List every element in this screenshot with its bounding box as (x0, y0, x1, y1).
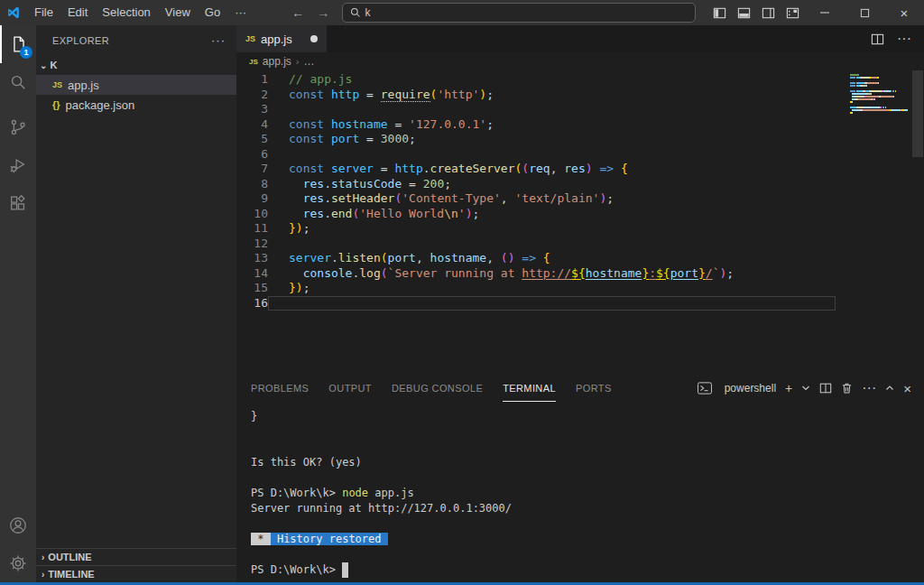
code-line: 11}); (236, 221, 924, 237)
navigate-forward-icon[interactable]: → (317, 5, 329, 20)
tab-problems[interactable]: PROBLEMS (251, 375, 309, 402)
editor-more-actions-icon[interactable]: ··· (897, 31, 911, 47)
tab-debug-console[interactable]: DEBUG CONSOLE (392, 375, 483, 402)
code-line: 15}); (236, 281, 924, 296)
settings-gear-icon[interactable] (0, 544, 36, 582)
code-editor[interactable]: 1// app.js2const http = require('http');… (236, 70, 924, 375)
maximize-panel-icon[interactable] (885, 384, 894, 393)
code-line: 6 (236, 147, 924, 162)
sidebar-title: EXPLORER (52, 35, 109, 46)
search-icon (350, 7, 361, 18)
code-line: 3 (236, 102, 924, 117)
navigate-back-icon[interactable]: ← (291, 5, 304, 20)
kill-terminal-icon[interactable] (841, 382, 853, 395)
code-line: 7const server = http.createServer((req, … (236, 162, 924, 177)
shell-label[interactable]: powershell (725, 382, 776, 395)
toggle-panel-icon[interactable] (732, 0, 756, 25)
folder-name: K (50, 60, 57, 70)
minimap-row (850, 104, 910, 106)
minimap-row (850, 109, 910, 111)
tab-terminal[interactable]: TERMINAL (503, 375, 556, 402)
split-terminal-icon[interactable] (819, 382, 832, 395)
file-row-appjs[interactable]: JS app.js (36, 75, 236, 95)
menu-bar: File Edit Selection View Go ··· (27, 0, 254, 25)
source-control-icon[interactable] (0, 108, 36, 146)
activity-bar: 1 (0, 25, 36, 582)
menu-more[interactable]: ··· (227, 0, 254, 25)
file-row-packagejson[interactable]: {} package.json (36, 95, 236, 115)
bottom-panel: PROBLEMS OUTPUT DEBUG CONSOLE TERMINAL P… (236, 375, 924, 582)
terminal-line: PS D:\Work\k> node app.js (251, 486, 924, 501)
close-panel-icon[interactable]: × (903, 381, 911, 396)
new-terminal-icon[interactable]: + (785, 382, 792, 395)
json-file-icon: {} (52, 99, 60, 110)
vscode-window: File Edit Selection View Go ··· ← → k (0, 0, 924, 585)
breadcrumb-symbol[interactable]: … (304, 55, 315, 68)
js-file-icon: JS (245, 34, 255, 43)
explorer-icon[interactable]: 1 (0, 25, 36, 63)
menu-edit[interactable]: Edit (60, 0, 95, 25)
menu-selection[interactable]: Selection (95, 0, 157, 25)
folder-row-k[interactable]: ⌄ K (36, 55, 236, 75)
timeline-section[interactable]: › TIMELINE (36, 565, 236, 582)
code-line: 8 res.statusCode = 200; (236, 177, 924, 192)
explorer-badge: 1 (20, 46, 32, 59)
tab-ports[interactable]: PORTS (576, 375, 612, 402)
terminal-line (251, 547, 924, 562)
minimap-row (850, 88, 910, 89)
chevron-right-icon: › (42, 570, 44, 580)
file-name: app.js (68, 79, 99, 92)
breadcrumb: JS app.js › … (236, 52, 924, 70)
scrollbar-slider[interactable] (912, 70, 923, 157)
extensions-icon[interactable] (0, 184, 36, 222)
chevron-right-icon: › (42, 552, 44, 562)
menu-go[interactable]: Go (198, 0, 227, 25)
account-icon[interactable] (0, 506, 36, 544)
tab-appjs[interactable]: JS app.js (236, 25, 327, 52)
menu-view[interactable]: View (158, 0, 198, 25)
section-label: TIMELINE (48, 569, 94, 580)
code-line: 5const port = 3000; (236, 132, 924, 147)
search-view-icon[interactable] (0, 63, 36, 101)
terminal-dropdown-icon[interactable] (801, 384, 810, 393)
panel-more-actions-icon[interactable]: ··· (862, 380, 876, 396)
explorer-more-actions-icon[interactable]: ··· (211, 33, 226, 47)
terminal-output[interactable]: }Is this OK? (yes)PS D:\Work\k> node app… (236, 402, 924, 582)
chevron-down-icon: ⌄ (40, 60, 47, 70)
menu-file[interactable]: File (27, 0, 60, 25)
editor-scrollbar[interactable] (911, 70, 924, 375)
minimize-button[interactable] (805, 0, 845, 25)
powershell-icon (698, 382, 712, 395)
terminal-line (251, 424, 924, 440)
terminal-line: Server running at http://127.0.0.1:3000/ (251, 501, 924, 516)
code-line: 16 (236, 296, 924, 311)
tab-output[interactable]: OUTPUT (328, 375, 372, 402)
search-value: k (365, 6, 371, 19)
maximize-button[interactable] (845, 0, 884, 25)
split-editor-icon[interactable] (871, 32, 884, 46)
vscode-logo-icon (0, 5, 27, 20)
minimap[interactable] (850, 74, 910, 117)
code-line: 2const http = require('http'); (236, 88, 924, 103)
minimap-row (850, 96, 910, 98)
minimap-row (850, 98, 910, 100)
terminal-line: Is this OK? (yes) (251, 455, 924, 470)
command-center-search[interactable]: k (342, 3, 696, 23)
run-and-debug-icon[interactable] (0, 146, 36, 184)
toggle-sidebar-icon[interactable] (707, 0, 732, 25)
minimap-row (850, 82, 910, 84)
file-name: package.json (66, 98, 135, 112)
modified-dot-icon[interactable] (310, 35, 318, 42)
outline-section[interactable]: › OUTLINE (36, 548, 236, 565)
code-line: 10 res.end('Hello World\n'); (236, 207, 924, 222)
customize-layout-icon[interactable] (781, 0, 805, 25)
editor-tab-bar: JS app.js ··· (236, 25, 924, 52)
code-line: 14 console.log(`Server running at http:/… (236, 266, 924, 282)
chevron-right-icon: › (296, 56, 300, 67)
minimap-row (850, 112, 910, 114)
terminal-line: PS D:\Work\k> (251, 562, 924, 578)
toggle-secondary-sidebar-icon[interactable] (756, 0, 781, 25)
close-button[interactable]: × (884, 0, 924, 25)
minimap-row (850, 90, 910, 92)
breadcrumb-file[interactable]: app.js (263, 55, 291, 68)
